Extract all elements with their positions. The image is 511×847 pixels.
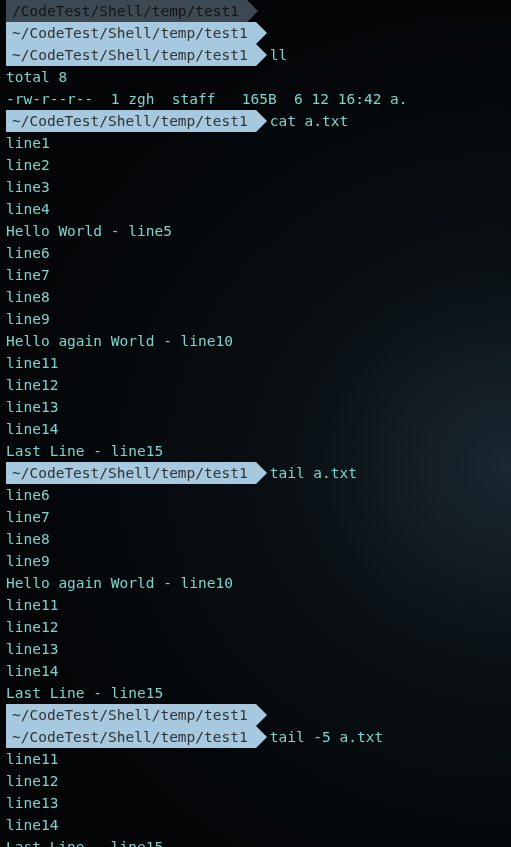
prompt-line: ~/CodeTest/Shell/temp/test1 cat a.txt bbox=[0, 110, 511, 132]
output-line: line14 bbox=[0, 814, 511, 836]
output-line: line7 bbox=[0, 506, 511, 528]
prompt-line: ~/CodeTest/Shell/temp/test1 bbox=[0, 22, 511, 44]
terminal-output[interactable]: /CodeTest/Shell/temp/test1 ~/CodeTest/Sh… bbox=[0, 0, 511, 847]
prompt-path-segment: /CodeTest/Shell/temp/test1 bbox=[6, 0, 247, 22]
output-line: Last Line - line15 bbox=[0, 682, 511, 704]
output-line: line8 bbox=[0, 528, 511, 550]
output-line: line6 bbox=[0, 484, 511, 506]
prompt-path-segment: ~/CodeTest/Shell/temp/test1 bbox=[6, 462, 256, 484]
output-line: line11 bbox=[0, 594, 511, 616]
output-line: line14 bbox=[0, 418, 511, 440]
output-line: line11 bbox=[0, 748, 511, 770]
prompt-line: ~/CodeTest/Shell/temp/test1 tail -5 a.tx… bbox=[0, 726, 511, 748]
output-line: line6 bbox=[0, 242, 511, 264]
output-line: line13 bbox=[0, 638, 511, 660]
output-line: Last Line - line15 bbox=[0, 836, 511, 847]
output-line: line3 bbox=[0, 176, 511, 198]
output-line: Hello again World - line10 bbox=[0, 330, 511, 352]
prompt-path-segment: ~/CodeTest/Shell/temp/test1 bbox=[6, 110, 256, 132]
prompt-path-segment: ~/CodeTest/Shell/temp/test1 bbox=[6, 44, 256, 66]
prompt-path-segment: ~/CodeTest/Shell/temp/test1 bbox=[6, 704, 256, 726]
command-text: cat a.txt bbox=[270, 110, 349, 132]
prompt-line: /CodeTest/Shell/temp/test1 bbox=[0, 0, 511, 22]
prompt-line: ~/CodeTest/Shell/temp/test1 ll bbox=[0, 44, 511, 66]
output-line: line14 bbox=[0, 660, 511, 682]
prompt-line: ~/CodeTest/Shell/temp/test1 bbox=[0, 704, 511, 726]
output-line: line4 bbox=[0, 198, 511, 220]
prompt-line: ~/CodeTest/Shell/temp/test1 tail a.txt bbox=[0, 462, 511, 484]
output-line: line8 bbox=[0, 286, 511, 308]
output-line: line12 bbox=[0, 616, 511, 638]
command-text: tail a.txt bbox=[270, 462, 357, 484]
output-line: line2 bbox=[0, 154, 511, 176]
output-line: Last Line - line15 bbox=[0, 440, 511, 462]
output-line: line11 bbox=[0, 352, 511, 374]
output-line: line12 bbox=[0, 770, 511, 792]
command-text: tail -5 a.txt bbox=[270, 726, 384, 748]
output-line: line1 bbox=[0, 132, 511, 154]
output-line: line7 bbox=[0, 264, 511, 286]
output-line: total 8 bbox=[0, 66, 511, 88]
output-line: -rw-r--r-- 1 zgh staff 165B 6 12 16:42 a… bbox=[0, 88, 511, 110]
output-line: Hello again World - line10 bbox=[0, 572, 511, 594]
output-line: line12 bbox=[0, 374, 511, 396]
output-line: Hello World - line5 bbox=[0, 220, 511, 242]
output-line: line9 bbox=[0, 308, 511, 330]
output-line: line13 bbox=[0, 792, 511, 814]
prompt-path-segment: ~/CodeTest/Shell/temp/test1 bbox=[6, 726, 256, 748]
output-line: line9 bbox=[0, 550, 511, 572]
prompt-path-segment: ~/CodeTest/Shell/temp/test1 bbox=[6, 22, 256, 44]
command-text: ll bbox=[270, 44, 287, 66]
output-line: line13 bbox=[0, 396, 511, 418]
